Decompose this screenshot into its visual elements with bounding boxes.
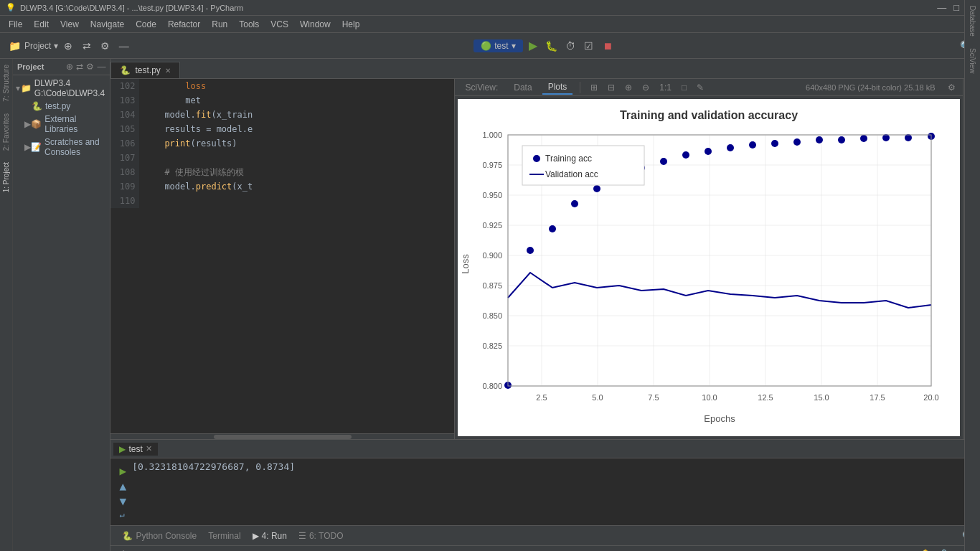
project-tree: ▾ 📁 DLWP3.4 G:\Code\DLWP3.4 🐍 test.py ▶ … xyxy=(13,75,110,551)
code-line-109: 109 model.predict(x_t xyxy=(110,179,454,194)
todo-tab[interactable]: ☰ 6: TODO xyxy=(293,529,349,542)
run-button[interactable]: ▶ xyxy=(524,37,542,55)
sidebar-settings-icon[interactable]: ⚙ xyxy=(86,62,94,72)
menu-refactor[interactable]: Refactor xyxy=(162,18,206,31)
menu-tools[interactable]: Tools xyxy=(233,18,265,31)
terminal-label: Terminal xyxy=(208,531,240,541)
run-config-name: test xyxy=(494,41,508,51)
training-dot-11 xyxy=(727,144,734,151)
svg-text:20.0: 20.0 xyxy=(924,393,939,402)
tab-testpy-close[interactable]: ✕ xyxy=(165,67,171,75)
favorites-tab[interactable]: 2: Favorites xyxy=(0,108,12,156)
todo-label: 6: TODO xyxy=(309,531,344,541)
horizontal-scrollbar[interactable] xyxy=(110,433,454,439)
sidebar-add-icon[interactable]: ⊕ xyxy=(66,62,73,72)
run-output-area: ▶ ▲ ▼ ↵ [0.32318104722976687, 0.8734] xyxy=(110,458,980,525)
python-console-tab[interactable]: 🐍 Python Console xyxy=(116,529,202,542)
editor-area: 🐍 test.py ✕ 102 loss 103 met xyxy=(110,59,980,551)
sciview-grid-btn[interactable]: ⊟ xyxy=(605,81,618,94)
training-dot-9 xyxy=(682,151,689,159)
menu-vcs[interactable]: VCS xyxy=(265,18,294,31)
tree-item-ext-libs[interactable]: ▶ 📦 External Libraries xyxy=(13,113,110,136)
sciview-frame-btn[interactable]: □ xyxy=(679,81,689,94)
run-tabs-left: ▶ test ✕ xyxy=(113,443,157,456)
python-console-icon: 🐍 xyxy=(122,531,133,541)
project-label: Project ▾ xyxy=(24,41,58,51)
run-wrap-btn[interactable]: ↵ xyxy=(119,509,126,519)
thumbnail-panel: Training and validation Database SciView xyxy=(963,79,980,439)
run-tab-test[interactable]: ▶ test ✕ xyxy=(113,443,157,456)
menu-navigate[interactable]: Navigate xyxy=(85,18,130,31)
sciview-data-tab[interactable]: Data xyxy=(508,81,537,94)
menu-run[interactable]: Run xyxy=(206,18,233,31)
stop-button[interactable]: ⏹ xyxy=(599,37,616,55)
sciview-plots-tab[interactable]: Plots xyxy=(542,80,573,95)
code-line-108: 108 # 使用经过训练的模 xyxy=(110,165,454,179)
menu-file[interactable]: File xyxy=(3,18,28,31)
status-bar: ⎇ 968:1 CRLF UTF-8 4 spaces Python 3.7 (… xyxy=(110,545,980,551)
titlebar-left: 💡 DLWP3.4 [G:\Code\DLWP3.4] - ...\test.p… xyxy=(6,3,243,12)
tree-item-scratches[interactable]: ▶ 📝 Scratches and Consoles xyxy=(13,136,110,159)
menu-window[interactable]: Window xyxy=(294,18,336,31)
sciview-panel: SciView: Data Plots ⊞ ⊟ ⊕ ⊖ 1:1 □ ✎ 640x… xyxy=(455,79,963,439)
code-line-110: 110 xyxy=(110,194,454,208)
project-tab active[interactable]: 1: Project xyxy=(0,156,12,198)
chart-x-label: Epochs xyxy=(705,413,736,424)
legend-validation-label: Validation acc xyxy=(545,169,598,179)
toolbar-sync-btn[interactable]: ⇄ xyxy=(78,37,95,55)
legend-training-dot xyxy=(533,155,540,162)
toolbar-add-btn[interactable]: ⊕ xyxy=(60,37,77,55)
tree-item-testpy[interactable]: 🐍 test.py xyxy=(13,100,110,113)
run-bottom-icon: ▶ xyxy=(253,531,259,541)
bottom-tab-bar: 🐍 Python Console Terminal ▶ 4: Run ☰ 6: … xyxy=(110,525,980,545)
svg-text:0.800: 0.800 xyxy=(483,382,503,390)
maximize-button[interactable]: □ xyxy=(953,2,959,13)
svg-text:7.5: 7.5 xyxy=(649,393,659,402)
training-dot-10 xyxy=(705,148,712,155)
minimize-button[interactable]: — xyxy=(937,2,946,13)
sciview-settings-btn[interactable]: ⚙ xyxy=(945,81,958,94)
sidebar-collapse-icon[interactable]: — xyxy=(97,62,105,72)
svg-text:0.950: 0.950 xyxy=(483,191,503,199)
tab-testpy-label: test.py xyxy=(135,65,160,75)
terminal-tab[interactable]: Terminal xyxy=(202,529,246,542)
run-output-text: [0.32318104722976687, 0.8734] xyxy=(132,461,980,472)
debug-button[interactable]: 🐛 xyxy=(543,37,560,55)
sidebar-toolbar: ⊕ ⇄ ⚙ — xyxy=(66,62,105,72)
scratches-consoles-label: Scratches and Consoles xyxy=(44,137,107,157)
toolbar-settings-btn[interactable]: ⚙ xyxy=(97,37,114,55)
run-scroll-down-btn[interactable]: ▼ xyxy=(119,494,126,508)
menu-edit[interactable]: Edit xyxy=(28,18,55,31)
sciview-zoom-in-btn[interactable]: ⊕ xyxy=(622,81,635,94)
sciview-expand-btn[interactable]: ⊞ xyxy=(588,81,600,94)
menu-code[interactable]: Code xyxy=(130,18,162,31)
coverage-button[interactable]: ☑ xyxy=(580,37,598,55)
titlebar: 💡 DLWP3.4 [G:\Code\DLWP3.4] - ...\test.p… xyxy=(0,0,980,16)
run-config-selector[interactable]: 🟢 test ▾ xyxy=(473,39,522,52)
sciview-zoom-out-btn[interactable]: ⊖ xyxy=(639,81,652,94)
tab-testpy[interactable]: 🐍 test.py ✕ xyxy=(110,62,179,78)
code-scroll-area[interactable]: 102 loss 103 met 104 model.fit(x_train 1… xyxy=(110,79,454,433)
structure-tab[interactable]: 7: Structure xyxy=(0,59,12,108)
svg-text:15.0: 15.0 xyxy=(814,393,829,402)
run-tab-bottom[interactable]: ▶ 4: Run xyxy=(247,529,293,542)
profile-button[interactable]: ⏱ xyxy=(562,37,579,55)
svg-text:12.5: 12.5 xyxy=(758,393,773,402)
toolbar-collapse-btn[interactable]: — xyxy=(116,37,133,55)
code-editor[interactable]: 102 loss 103 met 104 model.fit(x_train 1… xyxy=(110,79,455,439)
run-play-btn[interactable]: ▶ xyxy=(119,464,126,478)
run-scroll-up-btn[interactable]: ▲ xyxy=(119,479,126,493)
sciview-edit-btn[interactable]: ✎ xyxy=(694,81,707,94)
menu-view[interactable]: View xyxy=(55,18,85,31)
toolbar-project-icon: 📁 xyxy=(6,37,23,55)
run-tab-close[interactable]: ✕ xyxy=(146,444,152,453)
tree-item-project[interactable]: ▾ 📁 DLWP3.4 G:\Code\DLWP3.4 xyxy=(13,77,110,100)
sciview-fit-btn[interactable]: 1:1 xyxy=(656,81,674,94)
todo-icon: ☰ xyxy=(298,531,306,541)
separator xyxy=(580,82,580,93)
training-dot-3 xyxy=(549,225,556,232)
training-dot-2 xyxy=(527,247,534,254)
menu-help[interactable]: Help xyxy=(336,18,366,31)
sidebar-filter-icon[interactable]: ⇄ xyxy=(76,62,83,72)
titlebar-title: DLWP3.4 [G:\Code\DLWP3.4] - ...\test.py … xyxy=(20,4,243,12)
